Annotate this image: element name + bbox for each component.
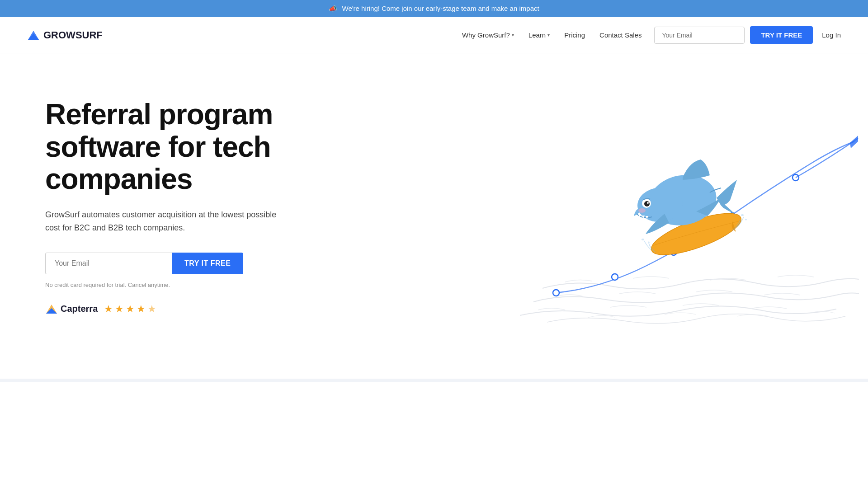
dropdown-arrow-icon: ▾	[512, 33, 514, 38]
star-2: ★	[115, 303, 124, 315]
nav-pricing[interactable]: Pricing	[564, 31, 585, 39]
page-footer-border	[0, 379, 868, 382]
navbar-cta: TRY IT FREE Log In	[654, 26, 841, 44]
dropdown-arrow-icon: ▾	[547, 33, 550, 38]
nav-contact-sales[interactable]: Contact Sales	[599, 31, 642, 39]
capterra-logo: Capterra	[45, 303, 98, 315]
svg-point-20	[741, 214, 744, 216]
star-3: ★	[126, 303, 135, 315]
announcement-text: We're hiring! Come join our early-stage …	[342, 5, 539, 12]
nav-login-link[interactable]: Log In	[822, 31, 841, 39]
nav-try-free-button[interactable]: TRY IT FREE	[750, 26, 813, 44]
star-4: ★	[137, 303, 146, 315]
star-rating: ★ ★ ★ ★ ★	[104, 303, 156, 315]
logo[interactable]: GROWSURF	[27, 29, 103, 42]
svg-point-21	[745, 219, 747, 221]
hero-form: TRY IT FREE	[45, 253, 316, 274]
svg-point-19	[648, 242, 650, 243]
svg-marker-3	[46, 308, 57, 314]
capterra-icon	[45, 303, 58, 315]
hero-note: No credit card required for trial. Cance…	[45, 282, 316, 288]
svg-point-17	[638, 208, 646, 213]
announcement-bar: 📣 We're hiring! Come join our early-stag…	[0, 0, 868, 17]
nav-email-input[interactable]	[654, 27, 745, 44]
svg-point-5	[612, 274, 618, 280]
nav-why-growsurf[interactable]: Why GrowSurf? ▾	[462, 31, 514, 39]
navbar: GROWSURF Why GrowSurf? ▾ Learn ▾ Pricing…	[0, 17, 868, 53]
hero-email-input[interactable]	[45, 253, 172, 274]
hero-section: Referral program software for tech compa…	[0, 53, 868, 379]
svg-marker-9	[850, 136, 858, 148]
nav-learn[interactable]: Learn ▾	[528, 31, 550, 39]
star-5-half: ★	[147, 303, 156, 315]
logo-text: GROWSURF	[43, 29, 103, 41]
logo-icon	[27, 29, 40, 42]
hero-title: Referral program software for tech compa…	[45, 99, 316, 196]
svg-point-16	[647, 202, 649, 204]
star-1: ★	[104, 303, 113, 315]
svg-point-4	[553, 290, 559, 296]
svg-point-15	[644, 201, 650, 206]
megaphone-icon: 📣	[329, 5, 337, 12]
shark-surfing-illustration	[520, 71, 859, 343]
svg-marker-1	[28, 33, 39, 40]
capterra-label: Capterra	[61, 304, 98, 314]
nav-links: Why GrowSurf? ▾ Learn ▾ Pricing Contact …	[462, 31, 642, 39]
hero-illustration	[316, 89, 841, 315]
capterra-row: Capterra ★ ★ ★ ★ ★	[45, 303, 316, 315]
hero-subtitle: GrowSurf automates customer acquisition …	[45, 208, 280, 235]
hero-content: Referral program software for tech compa…	[45, 89, 316, 315]
svg-point-18	[642, 239, 644, 240]
hero-try-free-button[interactable]: TRY IT FREE	[172, 253, 243, 274]
